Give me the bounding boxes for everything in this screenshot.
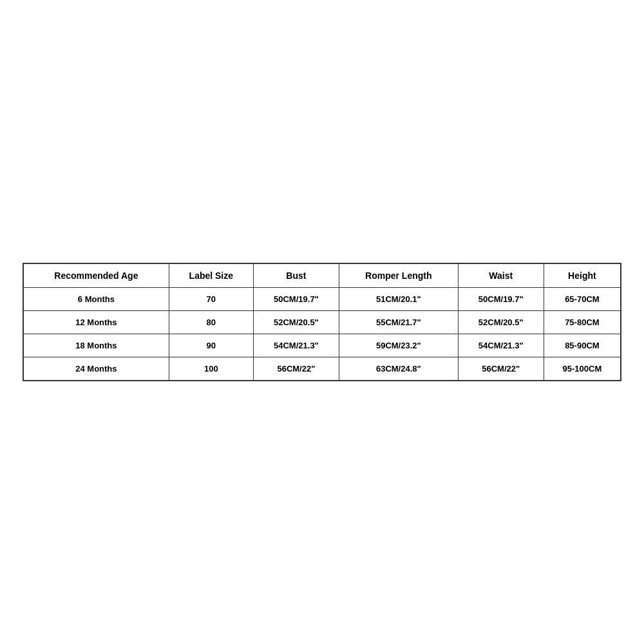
table-row: 6 Months7050CM/19.7"51CM/20.1"50CM/19.7"…: [24, 288, 621, 311]
cell-waist: 50CM/19.7": [458, 288, 544, 311]
cell-height: 95-100CM: [544, 357, 620, 381]
cell-label_size: 80: [169, 311, 253, 334]
size-chart-table: Recommended Age Label Size Bust Romper L…: [23, 263, 621, 381]
size-chart-container: Recommended Age Label Size Bust Romper L…: [23, 263, 621, 381]
cell-bust: 50CM/19.7": [253, 288, 339, 311]
cell-age: 24 Months: [24, 357, 169, 381]
cell-bust: 56CM/22": [253, 357, 339, 381]
table-row: 12 Months8052CM/20.5"55CM/21.7"52CM/20.5…: [24, 311, 621, 334]
cell-height: 85-90CM: [544, 334, 620, 357]
cell-age: 18 Months: [24, 334, 169, 357]
cell-label_size: 100: [169, 357, 253, 381]
cell-romper_length: 63CM/24.8": [339, 357, 458, 381]
header-romper-length: Romper Length: [339, 264, 458, 288]
table-row: 24 Months10056CM/22"63CM/24.8"56CM/22"95…: [24, 357, 621, 381]
cell-height: 65-70CM: [544, 288, 620, 311]
cell-age: 12 Months: [24, 311, 169, 334]
cell-waist: 52CM/20.5": [458, 311, 544, 334]
header-recommended-age: Recommended Age: [24, 264, 169, 288]
header-label-size: Label Size: [169, 264, 253, 288]
cell-romper_length: 51CM/20.1": [339, 288, 458, 311]
cell-romper_length: 59CM/23.2": [339, 334, 458, 357]
header-waist: Waist: [458, 264, 544, 288]
cell-bust: 52CM/20.5": [253, 311, 339, 334]
header-bust: Bust: [253, 264, 339, 288]
table-row: 18 Months9054CM/21.3"59CM/23.2"54CM/21.3…: [24, 334, 621, 357]
cell-waist: 56CM/22": [458, 357, 544, 381]
cell-label_size: 70: [169, 288, 253, 311]
cell-waist: 54CM/21.3": [458, 334, 544, 357]
cell-age: 6 Months: [24, 288, 169, 311]
header-height: Height: [544, 264, 620, 288]
cell-height: 75-80CM: [544, 311, 620, 334]
cell-romper_length: 55CM/21.7": [339, 311, 458, 334]
cell-bust: 54CM/21.3": [253, 334, 339, 357]
table-header-row: Recommended Age Label Size Bust Romper L…: [24, 264, 621, 288]
cell-label_size: 90: [169, 334, 253, 357]
